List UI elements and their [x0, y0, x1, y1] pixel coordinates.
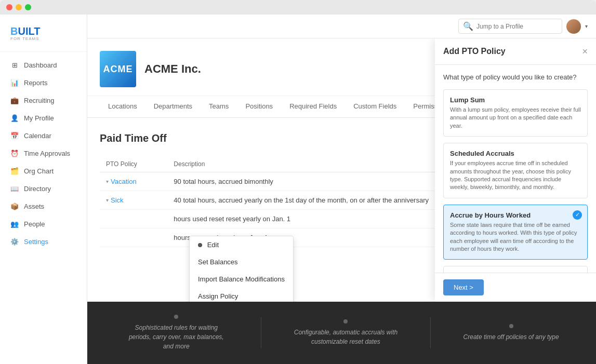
sidebar-label-calendar: Calendar — [24, 132, 51, 140]
tab-positions[interactable]: Positions — [237, 96, 281, 117]
sidebar-logo: BUILT FOR TEAMS — [0, 15, 87, 52]
company-name: ACME Inc. — [144, 62, 201, 76]
content-area: ACME ACME Inc. Locations Departments Tea… — [87, 38, 596, 302]
promo-bar: Sophisticated rules for waiting periods,… — [87, 302, 596, 364]
next-button[interactable]: Next > — [443, 279, 484, 295]
sidebar-item-dashboard[interactable]: ⊞ Dashboard — [0, 56, 87, 74]
calendar-icon: 📅 — [10, 131, 19, 140]
avatar-image — [566, 19, 581, 34]
sidebar-item-calendar[interactable]: 📅 Calendar — [0, 127, 87, 144]
sidebar-label-recruiting: Recruiting — [24, 97, 55, 104]
main-area: 🔍 ▾ ACME ACME Inc. Locations Departments… — [87, 15, 596, 364]
sidebar-label-assets: Assets — [24, 203, 44, 210]
context-menu-assign-policy[interactable]: Assign Policy — [190, 288, 293, 302]
people-icon: 👥 — [10, 220, 19, 228]
user-dropdown-arrow[interactable]: ▾ — [585, 23, 588, 29]
promo-divider-1 — [261, 317, 261, 348]
tab-teams[interactable]: Teams — [201, 96, 237, 117]
sidebar-label-my-profile: My Profile — [24, 114, 54, 122]
company-logo: ACME — [100, 51, 136, 87]
my-profile-icon: 👤 — [10, 114, 19, 122]
assets-icon: 📦 — [10, 202, 19, 210]
promo-divider-2 — [430, 317, 431, 348]
sidebar-item-recruiting[interactable]: 💼 Recruiting — [0, 91, 87, 109]
modal-question: What type of policy would you like to cr… — [443, 73, 588, 81]
top-bar: 🔍 ▾ — [87, 15, 596, 38]
sidebar-item-org-chart[interactable]: 🗂️ Org Chart — [0, 162, 87, 180]
modal-title: Add PTO Policy — [443, 47, 506, 56]
modal-body: What type of policy would you like to cr… — [435, 65, 596, 273]
sidebar-nav: ⊞ Dashboard 📊 Reports 💼 Recruiting 👤 My … — [0, 52, 87, 364]
check-icon: ✓ — [573, 210, 582, 220]
sidebar-label-org-chart: Org Chart — [24, 167, 54, 175]
promo-item-2: Configurable, automatic accruals with cu… — [294, 319, 398, 346]
window-maximize-button[interactable] — [25, 4, 31, 10]
promo-text-2: Configurable, automatic accruals with cu… — [294, 328, 398, 346]
context-menu-import-balance[interactable]: Import Balance Modifications — [190, 271, 293, 288]
modal-footer: Next > — [435, 273, 596, 302]
search-input[interactable] — [476, 23, 558, 30]
search-icon: 🔍 — [463, 21, 473, 31]
context-menu: Edit Set Balances Import Balance Modific… — [189, 236, 294, 302]
time-approvals-icon: ⏰ — [10, 149, 19, 157]
promo-text-1: Sophisticated rules for waiting periods,… — [124, 323, 228, 351]
sidebar: BUILT FOR TEAMS ⊞ Dashboard 📊 Reports 💼 … — [0, 15, 87, 364]
sidebar-label-directory: Directory — [24, 185, 51, 193]
sidebar-item-directory[interactable]: 📖 Directory — [0, 180, 87, 197]
logo-text: BUILT — [10, 25, 40, 37]
sidebar-item-reports[interactable]: 📊 Reports — [0, 74, 87, 91]
search-box[interactable]: 🔍 — [458, 19, 562, 34]
policy-option-accrue-by-hours[interactable]: ✓ Accrue by Hours Worked Some state laws… — [443, 205, 588, 260]
tab-custom-fields[interactable]: Custom Fields — [345, 96, 405, 117]
promo-item-3: Create time off policies of any type — [463, 324, 559, 342]
sidebar-item-people[interactable]: 👥 People — [0, 215, 87, 233]
policy-option-scheduled-accruals[interactable]: Scheduled Accruals If your employees acc… — [443, 143, 588, 198]
user-avatar[interactable] — [566, 19, 581, 34]
sidebar-item-time-approvals[interactable]: ⏰ Time Approvals — [0, 144, 87, 162]
sidebar-label-time-approvals: Time Approvals — [24, 150, 70, 157]
pto-title: Paid Time Off — [100, 132, 167, 144]
policy-vacation[interactable]: ▾ Vacation — [106, 178, 161, 185]
policy-option-lump-sum[interactable]: Lump Sum With a lump sum policy, employe… — [443, 89, 588, 137]
policy-option-unlimited[interactable]: Unlimited This type of policy provides a… — [443, 266, 588, 273]
menu-dot-icon — [198, 243, 202, 247]
reports-icon: 📊 — [10, 78, 19, 87]
modal-close-button[interactable]: × — [582, 47, 588, 56]
modal-header: Add PTO Policy × — [435, 38, 596, 65]
policy-sick[interactable]: ▾ Sick — [106, 196, 161, 204]
org-chart-icon: 🗂️ — [10, 167, 19, 175]
directory-icon: 📖 — [10, 184, 19, 193]
settings-icon: ⚙️ — [10, 237, 19, 246]
promo-item-1: Sophisticated rules for waiting periods,… — [124, 315, 228, 351]
logo-sub: FOR TEAMS — [10, 36, 40, 41]
sidebar-item-assets[interactable]: 📦 Assets — [0, 197, 87, 215]
tab-required-fields[interactable]: Required Fields — [281, 96, 345, 117]
context-menu-edit[interactable]: Edit — [190, 236, 293, 253]
sidebar-label-dashboard: Dashboard — [24, 61, 57, 69]
window-close-button[interactable] — [6, 4, 12, 10]
add-pto-modal: Add PTO Policy × What type of policy wou… — [435, 38, 596, 302]
promo-text-3: Create time off policies of any type — [463, 332, 559, 342]
sidebar-label-reports: Reports — [24, 79, 48, 87]
recruiting-icon: 💼 — [10, 96, 19, 104]
sidebar-label-people: People — [24, 220, 45, 228]
promo-dot-3 — [509, 324, 513, 328]
sidebar-label-settings: Settings — [24, 238, 48, 246]
tab-locations[interactable]: Locations — [100, 96, 145, 117]
col-header-policy: PTO Policy — [100, 156, 167, 172]
context-menu-set-balances[interactable]: Set Balances — [190, 253, 293, 271]
sidebar-item-settings[interactable]: ⚙️ Settings — [0, 233, 87, 250]
tab-departments[interactable]: Departments — [145, 96, 201, 117]
sidebar-item-my-profile[interactable]: 👤 My Profile — [0, 109, 87, 127]
dashboard-icon: ⊞ — [10, 61, 19, 69]
promo-dot-1 — [174, 315, 178, 319]
promo-dot-2 — [343, 319, 348, 323]
window-minimize-button[interactable] — [16, 4, 22, 10]
